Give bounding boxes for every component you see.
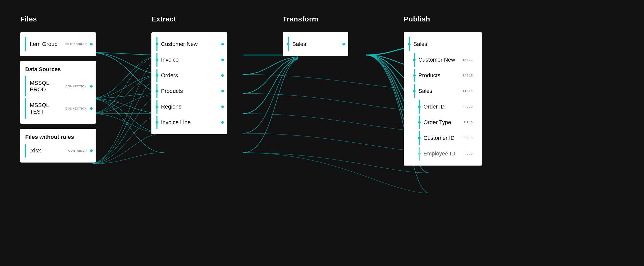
invoice-line-node[interactable]: Invoice Line xyxy=(156,116,222,129)
data-sources-panel: Data Sources MSSQL PROD CONNECTION MSSQL… xyxy=(20,61,96,124)
orders-label: Orders xyxy=(157,72,218,79)
mssql-test-label: MSSQL TEST xyxy=(26,102,63,115)
mssql-prod-label: MSSQL PROD xyxy=(26,80,63,93)
publish-products-label: Products xyxy=(415,72,460,79)
publish-products-node[interactable]: Products TABLE xyxy=(414,69,477,82)
publish-employee-id-label: Employee ID xyxy=(420,150,461,157)
xlsx-node[interactable]: .xlsx CONTAINER xyxy=(25,144,91,157)
xlsx-label: .xlsx xyxy=(26,147,66,154)
extract-label: Extract xyxy=(151,15,227,23)
publish-products-badge: TABLE xyxy=(463,74,473,77)
mssql-prod-node[interactable]: MSSQL PROD CONNECTION xyxy=(25,76,91,96)
mssql-test-node[interactable]: MSSQL TEST CONNECTION xyxy=(25,98,91,119)
extract-panel: Customer New Invoice Orders Products Reg… xyxy=(151,32,227,134)
publish-order-id-label: Order ID xyxy=(420,103,461,110)
publish-sales-table-badge: TABLE xyxy=(463,90,473,93)
publish-label: Publish xyxy=(404,15,482,23)
files-without-rules-title: Files without rules xyxy=(20,134,91,144)
publish-sales-table-label: Sales xyxy=(415,88,460,94)
regions-label: Regions xyxy=(157,103,218,110)
transform-column: Transform Sales xyxy=(283,15,348,56)
regions-node[interactable]: Regions xyxy=(156,100,222,114)
products-label: Products xyxy=(157,88,218,94)
publish-customer-new-node[interactable]: Customer New TABLE xyxy=(414,53,477,67)
publish-order-id-node[interactable]: Order ID FIELD xyxy=(419,100,477,114)
customer-new-label: Customer New xyxy=(157,41,218,47)
item-group-panel: Item Group FILE SOURCE xyxy=(20,32,96,56)
publish-employee-id-badge: FIELD xyxy=(464,152,473,155)
transform-sales-node[interactable]: Sales xyxy=(288,37,343,51)
publish-order-id-badge: FIELD xyxy=(464,105,473,108)
transform-panel: Sales xyxy=(283,32,348,56)
publish-sales-table-node[interactable]: Sales TABLE xyxy=(414,84,477,98)
publish-column: Publish Sales Customer New TABLE Product… xyxy=(404,15,482,166)
publish-order-type-badge: FIELD xyxy=(464,121,473,124)
publish-order-type-node[interactable]: Order Type FIELD xyxy=(419,116,477,129)
orders-node[interactable]: Orders xyxy=(156,69,222,82)
transform-label: Transform xyxy=(283,15,348,23)
item-group-badge: FILE SOURCE xyxy=(65,43,87,46)
mssql-test-badge: CONNECTION xyxy=(66,107,87,110)
publish-customer-id-badge: FIELD xyxy=(464,137,473,140)
publish-customer-new-label: Customer New xyxy=(415,57,460,63)
publish-customer-id-node[interactable]: Customer ID FIELD xyxy=(419,131,477,145)
publish-order-type-label: Order Type xyxy=(420,119,461,126)
item-group-node[interactable]: Item Group FILE SOURCE xyxy=(25,37,91,51)
files-column: Files Item Group FILE SOURCE Data Source… xyxy=(20,15,96,163)
products-node[interactable]: Products xyxy=(156,84,222,98)
extract-column: Extract Customer New Invoice Orders Prod… xyxy=(151,15,227,134)
transform-sales-label: Sales xyxy=(289,41,339,47)
invoice-line-label: Invoice Line xyxy=(157,119,218,126)
invoice-node[interactable]: Invoice xyxy=(156,53,222,67)
customer-new-node[interactable]: Customer New xyxy=(156,37,222,51)
invoice-label: Invoice xyxy=(157,57,218,63)
publish-customer-id-label: Customer ID xyxy=(420,135,461,141)
files-label: Files xyxy=(20,15,96,23)
mssql-prod-badge: CONNECTION xyxy=(66,85,87,88)
item-group-label: Item Group xyxy=(26,41,63,47)
publish-sales-node[interactable]: Sales xyxy=(409,37,477,51)
xlsx-badge: CONTAINER xyxy=(68,149,87,152)
publish-employee-id-node[interactable]: Employee ID FIELD xyxy=(419,147,477,161)
publish-panel: Sales Customer New TABLE Products TABLE … xyxy=(404,32,482,166)
publish-customer-new-badge: TABLE xyxy=(463,58,473,61)
files-without-rules-panel: Files without rules .xlsx CONTAINER xyxy=(20,129,96,163)
publish-sales-label: Sales xyxy=(410,41,473,47)
data-sources-title: Data Sources xyxy=(20,66,91,76)
